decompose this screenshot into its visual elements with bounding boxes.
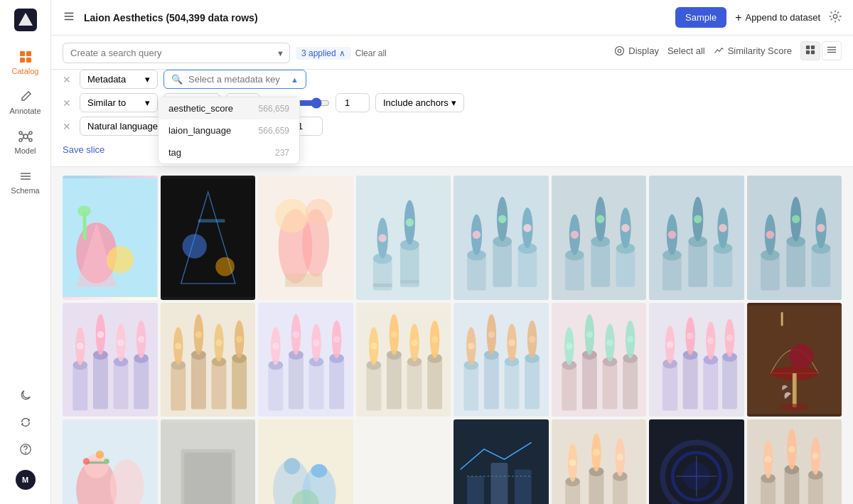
svg-rect-145 bbox=[268, 367, 283, 411]
grid-image[interactable] bbox=[454, 303, 549, 417]
refresh-button[interactable] bbox=[0, 410, 50, 434]
svg-rect-56 bbox=[372, 284, 392, 287]
svg-rect-119 bbox=[114, 363, 129, 409]
svg-point-118 bbox=[97, 331, 104, 338]
grid-image[interactable] bbox=[161, 419, 256, 504]
filter-type-natural-label: Natural language bbox=[87, 121, 158, 132]
svg-rect-98 bbox=[761, 257, 780, 291]
image-grid-container[interactable] bbox=[51, 167, 853, 504]
remove-metadata-filter[interactable]: ✕ bbox=[63, 74, 74, 85]
grid-image[interactable] bbox=[63, 176, 158, 300]
grid-image[interactable] bbox=[356, 303, 451, 417]
svg-point-135 bbox=[195, 331, 202, 338]
help-button[interactable] bbox=[0, 437, 50, 461]
svg-rect-266 bbox=[612, 478, 627, 504]
sidebar-bottom: M bbox=[0, 383, 50, 495]
user-avatar[interactable]: M bbox=[0, 464, 50, 495]
svg-rect-279 bbox=[784, 471, 799, 504]
grid-view-button[interactable] bbox=[800, 41, 820, 60]
grid-image[interactable] bbox=[454, 419, 549, 504]
svg-point-261 bbox=[569, 459, 576, 466]
sidebar-item-schema[interactable]: Schema bbox=[0, 162, 50, 202]
grid-image[interactable] bbox=[649, 419, 744, 504]
append-label: Append to dataset bbox=[745, 12, 820, 23]
metadata-option-laion-language[interactable]: laion_language 566,659 bbox=[159, 119, 299, 141]
save-slice-link[interactable]: Save slice bbox=[63, 140, 104, 159]
grid-image[interactable] bbox=[63, 303, 158, 417]
metadata-option-label: aesthetic_score bbox=[168, 103, 233, 114]
topbar: Laion Aesthetics (504,399 data rows) Sam… bbox=[51, 0, 853, 36]
svg-rect-72 bbox=[565, 257, 584, 291]
settings-icon[interactable] bbox=[829, 10, 842, 26]
svg-rect-149 bbox=[289, 356, 304, 409]
svg-rect-76 bbox=[591, 243, 610, 287]
grid-image[interactable] bbox=[552, 176, 647, 300]
search-query-input[interactable] bbox=[63, 43, 290, 63]
clear-all-link[interactable]: Clear all bbox=[355, 48, 387, 58]
sidebar-item-model[interactable]: Model bbox=[0, 122, 50, 162]
app-logo[interactable] bbox=[14, 9, 37, 31]
svg-rect-2 bbox=[20, 51, 25, 56]
svg-rect-23 bbox=[806, 45, 810, 49]
remove-natural-filter[interactable]: ✕ bbox=[63, 121, 74, 132]
svg-point-282 bbox=[788, 446, 795, 453]
svg-point-247 bbox=[284, 458, 300, 474]
grid-image[interactable] bbox=[258, 176, 353, 300]
svg-point-156 bbox=[313, 339, 320, 346]
svg-point-39 bbox=[215, 257, 235, 277]
svg-rect-204 bbox=[602, 363, 617, 409]
svg-rect-200 bbox=[581, 356, 596, 409]
grid-image[interactable] bbox=[356, 419, 451, 504]
grid-image[interactable] bbox=[747, 176, 842, 300]
metadata-option-aesthetic-score[interactable]: aesthetic_score 566,659 bbox=[159, 97, 299, 119]
similarity-score-button[interactable]: Similarity Score bbox=[714, 45, 792, 56]
grid-image[interactable] bbox=[161, 303, 256, 417]
grid-image[interactable] bbox=[552, 303, 647, 417]
grid-image[interactable] bbox=[356, 176, 451, 300]
svg-point-70 bbox=[523, 224, 531, 232]
svg-point-269 bbox=[616, 454, 623, 461]
grid-image[interactable] bbox=[747, 419, 842, 504]
grid-image[interactable] bbox=[649, 303, 744, 417]
grid-image[interactable] bbox=[552, 419, 647, 504]
grid-image[interactable] bbox=[454, 176, 549, 300]
svg-point-88 bbox=[668, 230, 676, 238]
remove-similar-filter[interactable]: ✕ bbox=[63, 97, 74, 109]
svg-rect-275 bbox=[761, 480, 776, 504]
metadata-key-input-wrap[interactable]: 🔍 ▲ bbox=[163, 70, 306, 89]
grid-image[interactable] bbox=[747, 303, 842, 417]
display-button[interactable]: Display bbox=[614, 45, 659, 56]
svg-point-109 bbox=[817, 224, 825, 232]
sidebar-item-annotate[interactable]: Annotate bbox=[0, 82, 50, 122]
sample-button[interactable]: Sample bbox=[675, 7, 726, 28]
grid-image[interactable] bbox=[161, 176, 256, 300]
metadata-key-input[interactable] bbox=[188, 74, 288, 85]
applied-caret-icon: ∧ bbox=[339, 48, 345, 58]
include-anchors-button[interactable]: Include anchors ▾ bbox=[375, 93, 464, 112]
grid-image[interactable] bbox=[63, 419, 158, 504]
hamburger-icon[interactable] bbox=[63, 10, 75, 26]
grid-image[interactable] bbox=[258, 303, 353, 417]
append-button[interactable]: + Append to dataset bbox=[735, 11, 820, 24]
metadata-option-tag[interactable]: tag 237 bbox=[159, 141, 299, 163]
filter-type-similar[interactable]: Similar to ▾ bbox=[80, 93, 158, 112]
svg-line-13 bbox=[22, 137, 24, 139]
svg-point-160 bbox=[333, 336, 340, 343]
svg-rect-225 bbox=[722, 358, 737, 409]
svg-rect-24 bbox=[811, 45, 815, 49]
metadata-search-icon: 🔍 bbox=[171, 74, 183, 85]
svg-rect-136 bbox=[211, 363, 226, 409]
select-all-button[interactable]: Select all bbox=[667, 45, 705, 56]
list-view-button[interactable] bbox=[822, 41, 842, 60]
dark-mode-button[interactable] bbox=[0, 383, 50, 407]
filter-rows: ✕ Metadata ▾ 🔍 ▲ aesthetic_score 566,659… bbox=[51, 70, 853, 167]
similar-max-input[interactable] bbox=[336, 93, 370, 112]
sidebar-item-catalog[interactable]: Catalog bbox=[0, 43, 50, 82]
grid-image[interactable] bbox=[258, 419, 353, 504]
svg-point-35 bbox=[77, 205, 91, 216]
svg-point-45 bbox=[306, 199, 333, 226]
main-content: Laion Aesthetics (504,399 data rows) Sam… bbox=[51, 0, 853, 504]
grid-image[interactable] bbox=[649, 176, 744, 300]
svg-point-152 bbox=[293, 331, 300, 338]
filter-type-metadata[interactable]: Metadata ▾ bbox=[80, 70, 158, 89]
